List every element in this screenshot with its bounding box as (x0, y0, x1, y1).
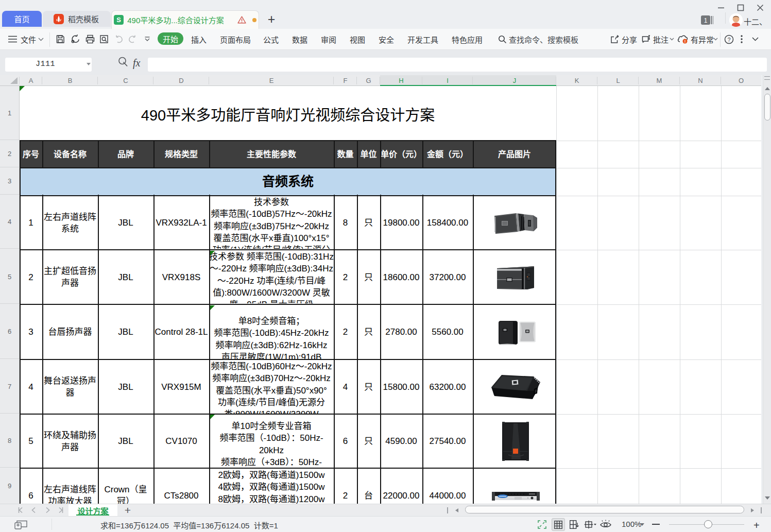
svg-text:S: S (116, 16, 121, 24)
svg-text:?: ? (727, 36, 730, 42)
svg-text:!: ! (684, 39, 686, 44)
svg-text:1: 1 (704, 17, 708, 24)
